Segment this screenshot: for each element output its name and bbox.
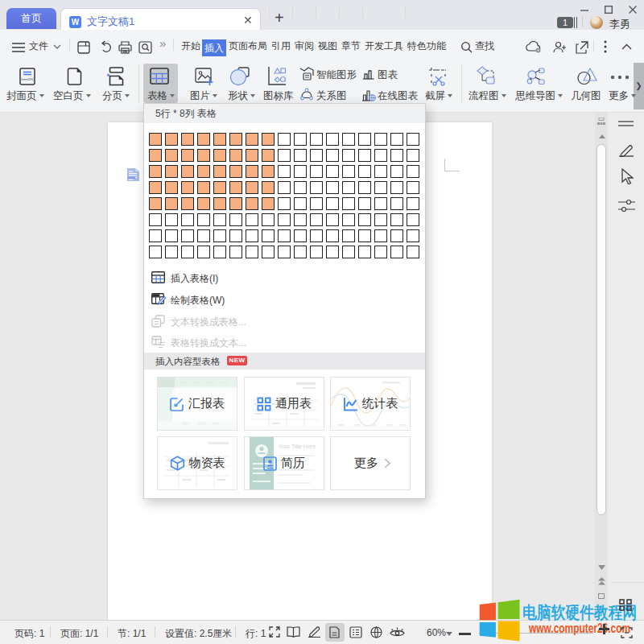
svg-text:Your Title Here: Your Title Here <box>279 444 316 449</box>
svg-text:www.computer26.com: www.computer26.com <box>528 621 630 635</box>
